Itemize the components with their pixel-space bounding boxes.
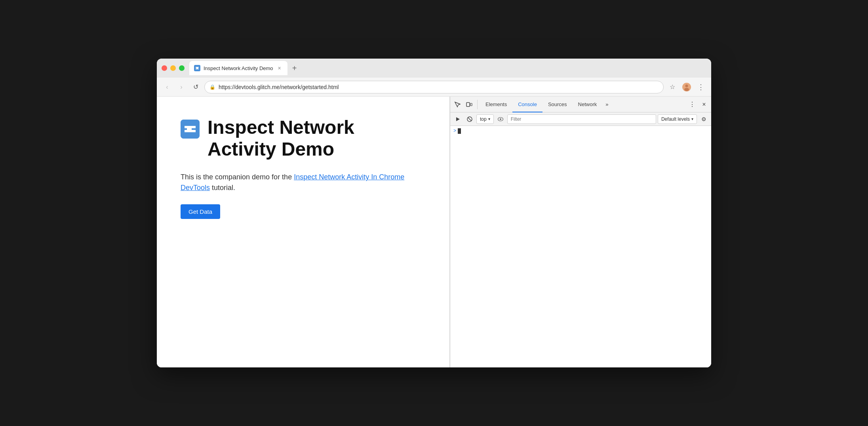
page-description: This is the companion demo for the Inspe… — [181, 172, 426, 193]
address-bar-actions: ☆ ⋮ — [667, 82, 706, 93]
inspect-element-button[interactable] — [452, 99, 463, 110]
tab-title: Inspect Network Activity Demo — [204, 65, 273, 71]
eye-icon — [498, 117, 503, 121]
devtools-more-options-button[interactable]: ⋮ — [687, 99, 698, 110]
device-mode-icon — [466, 101, 472, 108]
devtools-close-buttons: ⋮ × — [687, 99, 710, 110]
console-prompt-line[interactable]: > — [450, 127, 711, 135]
more-tabs-button[interactable]: » — [602, 101, 611, 107]
back-button[interactable]: ‹ — [162, 82, 173, 93]
console-filter-input[interactable] — [507, 114, 656, 124]
levels-arrow-icon: ▾ — [691, 117, 693, 121]
title-bar: Inspect Network Activity Demo × + — [157, 59, 711, 78]
console-play-button[interactable] — [453, 114, 463, 124]
tab-favicon — [194, 65, 200, 71]
svg-rect-6 — [470, 103, 472, 106]
close-window-button[interactable] — [162, 65, 167, 71]
console-cursor — [458, 128, 461, 134]
traffic-lights — [162, 65, 185, 71]
glitch-logo-icon — [181, 120, 200, 139]
svg-point-3 — [684, 88, 689, 91]
block-icon — [467, 116, 472, 122]
lock-icon: 🔒 — [209, 84, 215, 90]
console-levels-selector[interactable]: Default levels ▾ — [658, 114, 697, 124]
console-block-button[interactable] — [464, 114, 475, 124]
profile-avatar-icon — [682, 83, 691, 91]
console-eye-button[interactable] — [495, 114, 506, 124]
console-chevron-icon: > — [453, 128, 456, 134]
svg-line-9 — [468, 117, 472, 121]
url-text: https://devtools.glitch.me/network/getst… — [219, 84, 339, 90]
profile-button[interactable] — [681, 82, 692, 93]
new-tab-button[interactable]: + — [289, 63, 300, 74]
svg-marker-7 — [456, 117, 460, 121]
bookmark-button[interactable]: ☆ — [667, 82, 678, 93]
main-area: Inspect Network Activity Demo This is th… — [157, 97, 711, 367]
get-data-button[interactable]: Get Data — [181, 204, 220, 219]
play-icon — [455, 117, 460, 122]
svg-point-11 — [500, 118, 501, 120]
page-header: Inspect Network Activity Demo — [181, 116, 426, 160]
minimize-window-button[interactable] — [170, 65, 176, 71]
tab-network[interactable]: Network — [573, 97, 603, 112]
page-favicon — [181, 120, 200, 139]
tab-sources[interactable]: Sources — [542, 97, 573, 112]
cursor-icon — [454, 101, 461, 108]
devtools-toolbar: Elements Console Sources Network » ⋮ — [450, 97, 711, 112]
devtools-tabs: Elements Console Sources Network » — [480, 97, 612, 112]
description-prefix: This is the companion demo for the — [181, 173, 294, 181]
description-suffix: tutorial. — [210, 184, 235, 192]
devtools-panel: Elements Console Sources Network » ⋮ — [450, 97, 711, 367]
tab-close-button[interactable]: × — [276, 65, 283, 71]
toolbar-separator — [477, 100, 478, 109]
reload-button[interactable]: ↺ — [190, 82, 201, 93]
chrome-menu-button[interactable]: ⋮ — [695, 82, 706, 93]
url-bar[interactable]: 🔒 https://devtools.glitch.me/network/get… — [204, 81, 664, 93]
device-mode-button[interactable] — [464, 99, 475, 110]
webpage-content: Inspect Network Activity Demo This is th… — [157, 97, 450, 367]
page-title: Inspect Network Activity Demo — [207, 116, 426, 160]
console-content: > — [450, 126, 711, 367]
address-bar: ‹ › ↺ 🔒 https://devtools.glitch.me/netwo… — [157, 78, 711, 97]
svg-rect-5 — [466, 103, 470, 106]
forward-button[interactable]: › — [176, 82, 187, 93]
dropdown-arrow-icon: ▾ — [488, 117, 490, 121]
console-context-selector[interactable]: top ▾ — [476, 114, 494, 124]
active-tab[interactable]: Inspect Network Activity Demo × — [189, 61, 287, 75]
console-toolbar: top ▾ Default levels ▾ ⚙ — [450, 112, 711, 126]
console-settings-button[interactable]: ⚙ — [699, 114, 709, 124]
tab-console[interactable]: Console — [512, 97, 542, 112]
maximize-window-button[interactable] — [179, 65, 185, 71]
devtools-close-button[interactable]: × — [699, 99, 710, 110]
browser-window: Inspect Network Activity Demo × + ‹ › ↺ … — [157, 59, 711, 367]
tab-elements[interactable]: Elements — [480, 97, 512, 112]
svg-point-2 — [685, 84, 688, 87]
tab-bar: Inspect Network Activity Demo × + — [189, 61, 706, 75]
